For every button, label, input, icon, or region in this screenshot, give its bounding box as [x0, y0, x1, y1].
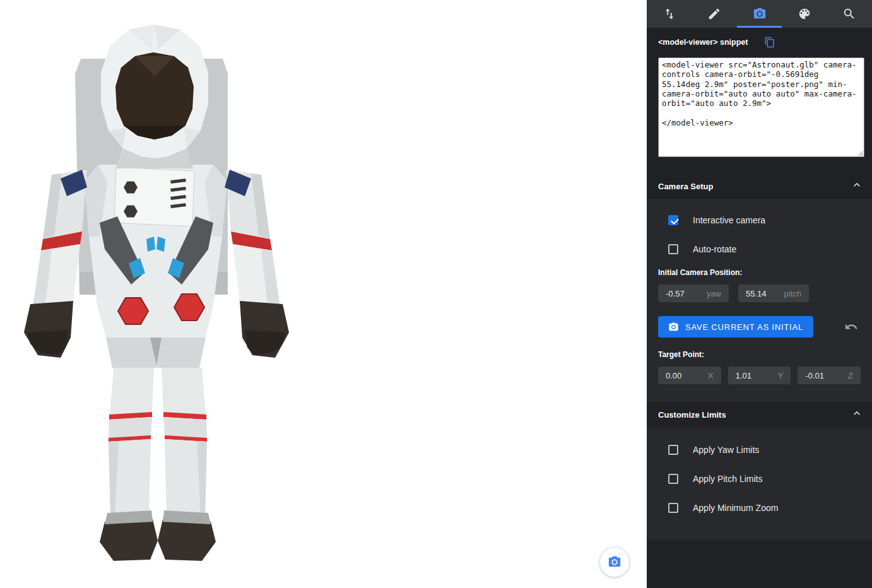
target-y-input[interactable]: [736, 371, 769, 380]
editor-panel: <model-viewer> snippet <model-viewer src…: [647, 0, 872, 588]
tab-inspector[interactable]: [827, 0, 872, 28]
pitch-input[interactable]: [746, 289, 779, 298]
save-current-as-initial-button[interactable]: SAVE CURRENT AS INITIAL: [658, 316, 813, 338]
search-icon: [842, 7, 856, 21]
save-button-label: SAVE CURRENT AS INITIAL: [685, 322, 803, 332]
camera-setup-body: Interactive camera Auto-rotate Initial C…: [647, 199, 872, 402]
panel-tabbar: [647, 0, 872, 28]
import-export-icon: [663, 7, 676, 21]
tab-import-export[interactable]: [647, 0, 692, 28]
target-x-axis-label: X: [708, 371, 714, 380]
customize-limits-header[interactable]: Customize Limits: [647, 402, 872, 427]
target-y-axis-label: Y: [778, 371, 784, 380]
undo-icon: [844, 320, 858, 334]
snippet-code-textarea[interactable]: <model-viewer src="Astronaut.glb" camera…: [658, 57, 864, 157]
camera-icon: [753, 7, 767, 21]
camera-icon: [668, 322, 679, 332]
snippet-section: <model-viewer> snippet <model-viewer src…: [647, 28, 872, 173]
apply-yaw-limits-label: Apply Yaw Limits: [693, 445, 759, 455]
snippet-title: <model-viewer> snippet: [658, 38, 748, 47]
yaw-field[interactable]: yaw: [658, 285, 729, 302]
camera-setup-title: Camera Setup: [658, 182, 713, 191]
customize-limits-body: Apply Yaw Limits Apply Pitch Limits Appl…: [647, 427, 872, 539]
target-point-label: Target Point:: [647, 350, 872, 359]
yaw-input[interactable]: [666, 289, 698, 298]
target-z-input[interactable]: [805, 371, 838, 380]
panel-filler: [647, 539, 872, 588]
model-viewport[interactable]: [0, 0, 647, 588]
palette-icon: [798, 7, 811, 21]
apply-minimum-zoom-checkbox[interactable]: [668, 503, 678, 513]
target-y-field[interactable]: Y: [728, 367, 791, 384]
chevron-up-icon[interactable]: [851, 407, 863, 422]
copy-snippet-button[interactable]: [764, 37, 775, 48]
tab-camera[interactable]: [737, 0, 782, 28]
pitch-field[interactable]: pitch: [738, 285, 809, 302]
apply-pitch-limits-checkbox[interactable]: [668, 474, 678, 484]
tab-edit[interactable]: [692, 0, 736, 28]
chevron-up-icon[interactable]: [851, 179, 863, 194]
apply-pitch-limits-label: Apply Pitch Limits: [693, 474, 762, 484]
camera-setup-header[interactable]: Camera Setup: [647, 173, 872, 199]
apply-yaw-limits-checkbox[interactable]: [668, 445, 678, 455]
yaw-suffix-label: yaw: [707, 289, 721, 298]
pencil-icon: [707, 7, 721, 21]
undo-button[interactable]: [844, 320, 858, 334]
interactive-camera-checkbox[interactable]: [668, 215, 678, 225]
camera-icon: [608, 555, 622, 569]
apply-minimum-zoom-label: Apply Minimum Zoom: [693, 503, 778, 513]
interactive-camera-label: Interactive camera: [693, 215, 765, 225]
customize-limits-title: Customize Limits: [658, 410, 726, 420]
astronaut-3d-model: [5, 22, 308, 565]
tab-materials[interactable]: [782, 0, 827, 28]
target-z-field[interactable]: Z: [798, 367, 861, 384]
initial-camera-position-label: Initial Camera Position:: [647, 268, 872, 277]
auto-rotate-label: Auto-rotate: [693, 244, 736, 254]
pitch-suffix-label: pitch: [784, 289, 801, 298]
capture-camera-fab[interactable]: [599, 547, 630, 577]
target-z-axis-label: Z: [848, 371, 853, 380]
target-x-field[interactable]: X: [658, 367, 721, 384]
auto-rotate-checkbox[interactable]: [668, 244, 678, 254]
copy-icon: [764, 37, 775, 48]
target-x-input[interactable]: [666, 371, 698, 380]
